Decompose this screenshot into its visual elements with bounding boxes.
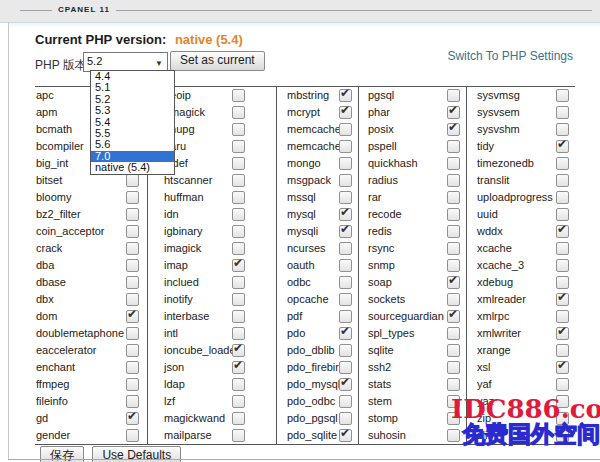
extension-checkbox[interactable] — [232, 412, 245, 425]
extension-checkbox[interactable] — [126, 310, 139, 323]
extension-checkbox[interactable] — [339, 225, 352, 238]
switch-to-php-settings-link[interactable]: Switch To PHP Settings — [447, 49, 573, 63]
extension-checkbox[interactable] — [447, 174, 460, 187]
extension-checkbox[interactable] — [339, 208, 352, 221]
extension-checkbox[interactable] — [556, 106, 569, 119]
extension-checkbox[interactable] — [232, 140, 245, 153]
extension-checkbox[interactable] — [556, 378, 569, 391]
extension-checkbox[interactable] — [447, 327, 460, 340]
extension-checkbox[interactable] — [232, 429, 245, 442]
extension-checkbox[interactable] — [447, 242, 460, 255]
extension-checkbox[interactable] — [339, 106, 352, 119]
extension-checkbox[interactable] — [232, 259, 245, 272]
extension-checkbox[interactable] — [232, 378, 245, 391]
extension-checkbox[interactable] — [447, 259, 460, 272]
extension-checkbox[interactable] — [126, 361, 139, 374]
extension-checkbox[interactable] — [556, 310, 569, 323]
extension-checkbox[interactable] — [339, 327, 352, 340]
extension-checkbox[interactable] — [339, 259, 352, 272]
extension-checkbox[interactable] — [447, 106, 460, 119]
extension-checkbox[interactable] — [232, 123, 245, 136]
extension-checkbox[interactable] — [126, 412, 139, 425]
extension-checkbox[interactable] — [126, 191, 139, 204]
extension-checkbox[interactable] — [126, 378, 139, 391]
extension-checkbox[interactable] — [232, 191, 245, 204]
extension-checkbox[interactable] — [556, 259, 569, 272]
extension-checkbox[interactable] — [339, 276, 352, 289]
extension-checkbox[interactable] — [447, 123, 460, 136]
extension-checkbox[interactable] — [447, 361, 460, 374]
extension-checkbox[interactable] — [126, 259, 139, 272]
extension-checkbox[interactable] — [447, 225, 460, 238]
extension-checkbox[interactable] — [447, 344, 460, 357]
extension-checkbox[interactable] — [339, 310, 352, 323]
extension-checkbox[interactable] — [232, 208, 245, 221]
php-version-option[interactable]: 5.3 — [91, 105, 174, 116]
extension-checkbox[interactable] — [556, 327, 569, 340]
extension-checkbox[interactable] — [556, 174, 569, 187]
extension-checkbox[interactable] — [556, 123, 569, 136]
extension-checkbox[interactable] — [556, 242, 569, 255]
extension-checkbox[interactable] — [232, 310, 245, 323]
extension-checkbox[interactable] — [556, 225, 569, 238]
extension-checkbox[interactable] — [339, 89, 352, 102]
extension-checkbox[interactable] — [556, 191, 569, 204]
extension-checkbox[interactable] — [339, 242, 352, 255]
extension-checkbox[interactable] — [339, 174, 352, 187]
extension-checkbox[interactable] — [339, 140, 352, 153]
extension-checkbox[interactable] — [556, 361, 569, 374]
extension-checkbox[interactable] — [447, 293, 460, 306]
extension-checkbox[interactable] — [447, 140, 460, 153]
extension-checkbox[interactable] — [556, 157, 569, 170]
extension-checkbox[interactable] — [447, 208, 460, 221]
extension-checkbox[interactable] — [339, 344, 352, 357]
extension-checkbox[interactable] — [339, 191, 352, 204]
extension-checkbox[interactable] — [447, 378, 460, 391]
extension-checkbox[interactable] — [339, 157, 352, 170]
extension-checkbox[interactable] — [126, 174, 139, 187]
extension-checkbox[interactable] — [232, 174, 245, 187]
extension-checkbox[interactable] — [126, 344, 139, 357]
extension-checkbox[interactable] — [556, 344, 569, 357]
extension-checkbox[interactable] — [447, 157, 460, 170]
extension-checkbox[interactable] — [339, 293, 352, 306]
extension-checkbox[interactable] — [232, 293, 245, 306]
extension-checkbox[interactable] — [556, 208, 569, 221]
extension-checkbox[interactable] — [556, 276, 569, 289]
extension-checkbox[interactable] — [447, 191, 460, 204]
extension-checkbox[interactable] — [447, 429, 460, 442]
extension-checkbox[interactable] — [556, 293, 569, 306]
extension-checkbox[interactable] — [126, 225, 139, 238]
extension-checkbox[interactable] — [126, 327, 139, 340]
extension-checkbox[interactable] — [556, 89, 569, 102]
extension-checkbox[interactable] — [126, 293, 139, 306]
extension-checkbox[interactable] — [339, 395, 352, 408]
extension-checkbox[interactable] — [232, 225, 245, 238]
extension-checkbox[interactable] — [447, 276, 460, 289]
extension-checkbox[interactable] — [232, 89, 245, 102]
extension-checkbox[interactable] — [339, 123, 352, 136]
extension-checkbox[interactable] — [126, 429, 139, 442]
extension-checkbox[interactable] — [339, 361, 352, 374]
extension-checkbox[interactable] — [126, 242, 139, 255]
extension-checkbox[interactable] — [126, 208, 139, 221]
extension-checkbox[interactable] — [126, 276, 139, 289]
extension-checkbox[interactable] — [339, 429, 352, 442]
extension-checkbox[interactable] — [447, 310, 460, 323]
set-as-current-button[interactable]: Set as current — [170, 51, 265, 71]
extension-checkbox[interactable] — [232, 157, 245, 170]
extension-checkbox[interactable] — [339, 412, 352, 425]
extension-checkbox[interactable] — [232, 276, 245, 289]
extension-checkbox[interactable] — [232, 361, 245, 374]
extension-checkbox[interactable] — [339, 378, 352, 391]
extension-checkbox[interactable] — [232, 106, 245, 119]
extension-checkbox[interactable] — [556, 140, 569, 153]
php-version-select[interactable]: 5.2 ▼ — [83, 52, 168, 72]
extension-checkbox[interactable] — [232, 395, 245, 408]
php-version-option[interactable]: native (5.4) — [91, 162, 174, 173]
extension-checkbox[interactable] — [447, 89, 460, 102]
extension-checkbox[interactable] — [232, 327, 245, 340]
extension-checkbox[interactable] — [126, 395, 139, 408]
extension-checkbox[interactable] — [232, 344, 245, 357]
extension-checkbox[interactable] — [232, 242, 245, 255]
